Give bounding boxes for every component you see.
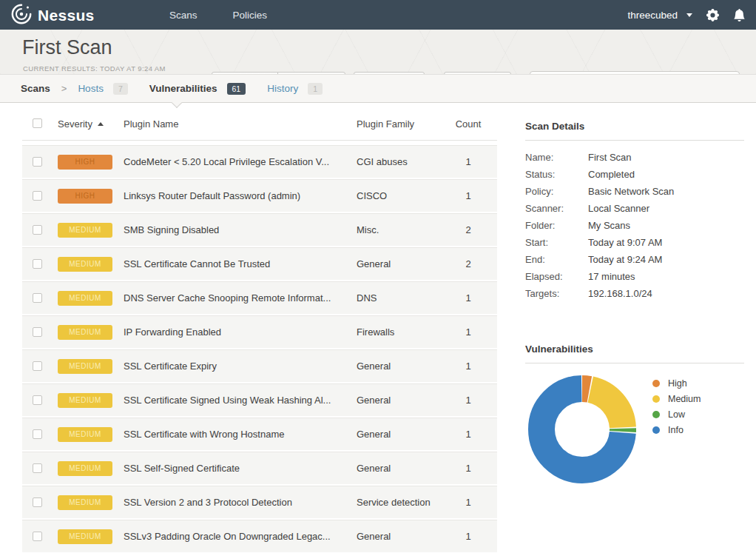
tab-bar: Scans > Hosts 7 Vulnerabilities 61 Histo… bbox=[0, 74, 756, 103]
table-row[interactable]: MEDIUM IP Forwarding Enabled Firewalls 1 bbox=[22, 315, 497, 348]
row-checkbox[interactable] bbox=[33, 225, 42, 235]
tab[interactable]: Vulnerabilities 61 bbox=[149, 83, 246, 95]
detail-field-row: Policy: Basic Network Scan bbox=[525, 183, 744, 200]
detail-value: Basic Network Scan bbox=[588, 183, 674, 200]
user-menu[interactable]: threecubed bbox=[627, 10, 692, 21]
column-count[interactable]: Count bbox=[442, 118, 494, 130]
column-severity[interactable]: Severity bbox=[58, 118, 104, 130]
chart-area: High Medium Low Info bbox=[525, 363, 744, 504]
row-checkbox[interactable] bbox=[33, 259, 42, 269]
detail-label: Name: bbox=[525, 149, 588, 166]
row-checkbox[interactable] bbox=[33, 497, 42, 507]
select-all-checkbox[interactable] bbox=[33, 118, 42, 128]
table-rows: HIGH CodeMeter < 5.20 Local Privilege Es… bbox=[22, 145, 497, 552]
column-plugin-family[interactable]: Plugin Family bbox=[357, 118, 414, 130]
severity-badge: MEDIUM bbox=[58, 257, 112, 272]
severity-badge: HIGH bbox=[58, 189, 112, 204]
main-nav: Scans Policies bbox=[152, 0, 285, 30]
vulnerabilities-chart-section: Vulnerabilities High Medium bbox=[525, 327, 744, 504]
detail-value: 192.168.1.0/24 bbox=[588, 285, 652, 302]
row-checkbox[interactable] bbox=[33, 463, 42, 473]
detail-value: Today at 9:07 AM bbox=[588, 234, 662, 251]
row-checkbox[interactable] bbox=[33, 327, 42, 337]
table-row[interactable]: MEDIUM SSL Version 2 and 3 Protocol Dete… bbox=[22, 486, 497, 518]
detail-field-row: Start: Today at 9:07 AM bbox=[525, 234, 744, 251]
brand-name: Nessus bbox=[38, 7, 95, 24]
detail-label: Folder: bbox=[525, 217, 588, 234]
count-cell: 1 bbox=[442, 156, 494, 167]
plugin-family-cell: General bbox=[357, 361, 391, 372]
column-plugin-name[interactable]: Plugin Name bbox=[124, 118, 178, 130]
vulnerabilities-table: Severity Plugin Name Plugin Family Count… bbox=[22, 104, 497, 553]
table-row[interactable]: MEDIUM SSL Certificate Cannot Be Trusted… bbox=[22, 247, 497, 280]
detail-label: Elapsed: bbox=[525, 268, 588, 285]
tab[interactable]: History 1 bbox=[267, 83, 323, 95]
detail-field-row: Scanner: Local Scanner bbox=[525, 200, 744, 217]
legend-dot bbox=[652, 411, 660, 418]
table-row[interactable]: MEDIUM SSL Self-Signed Certificate Gener… bbox=[22, 452, 497, 484]
detail-label: Scanner: bbox=[525, 200, 588, 217]
nav-item[interactable]: Policies bbox=[215, 10, 286, 21]
notifications-bell-icon[interactable] bbox=[733, 9, 746, 21]
row-checkbox[interactable] bbox=[33, 361, 42, 371]
donut-legend: High Medium Low Info bbox=[652, 378, 701, 435]
table-row[interactable]: MEDIUM SSL Certificate with Wrong Hostna… bbox=[22, 418, 497, 450]
table-row[interactable]: MEDIUM SMB Signing Disabled Misc. 2 bbox=[22, 213, 497, 246]
table-row[interactable]: MEDIUM SSL Certificate Signed Using Weak… bbox=[22, 383, 497, 416]
plugin-name-cell: SMB Signing Disabled bbox=[124, 224, 219, 235]
row-checkbox[interactable] bbox=[33, 293, 42, 303]
legend-dot bbox=[652, 426, 660, 434]
table-row[interactable]: MEDIUM SSLv3 Padding Oracle On Downgrade… bbox=[22, 520, 497, 552]
detail-field-row: Elapsed: 17 minutes bbox=[525, 268, 744, 285]
plugin-name-cell: SSL Certificate Cannot Be Trusted bbox=[124, 258, 270, 269]
breadcrumb-scans[interactable]: Scans bbox=[21, 83, 50, 94]
row-checkbox[interactable] bbox=[33, 157, 42, 167]
plugin-name-cell: SSL Certificate with Wrong Hostname bbox=[124, 429, 284, 440]
plugin-name-cell: DNS Server Cache Snooping Remote Informa… bbox=[124, 292, 331, 304]
plugin-name-cell: Linksys Router Default Password (admin) bbox=[124, 190, 300, 201]
top-nav: Nessus Scans Policies threecubed bbox=[0, 0, 756, 30]
detail-value: My Scans bbox=[588, 217, 630, 234]
table-row[interactable]: MEDIUM DNS Server Cache Snooping Remote … bbox=[22, 281, 497, 314]
nav-item[interactable]: Scans bbox=[152, 10, 215, 21]
count-cell: 1 bbox=[442, 463, 494, 474]
severity-badge: MEDIUM bbox=[58, 223, 112, 238]
vulnerabilities-chart-title: Vulnerabilities bbox=[525, 327, 744, 363]
legend-item: Low bbox=[652, 409, 701, 420]
legend-label: Low bbox=[668, 409, 685, 420]
row-checkbox[interactable] bbox=[33, 395, 42, 405]
page-title: First Scan bbox=[22, 36, 112, 59]
plugin-family-cell: General bbox=[357, 429, 391, 440]
nessus-app: Nessus Scans Policies threecubed bbox=[0, 0, 756, 553]
detail-value: Local Scanner bbox=[588, 200, 649, 217]
severity-badge: MEDIUM bbox=[58, 495, 112, 510]
count-cell: 1 bbox=[442, 361, 494, 372]
count-cell: 1 bbox=[442, 326, 494, 338]
detail-value: Today at 9:24 AM bbox=[588, 251, 662, 268]
detail-field-row: Name: First Scan bbox=[525, 149, 744, 166]
settings-gear-icon[interactable] bbox=[706, 9, 719, 21]
plugin-family-cell: General bbox=[357, 258, 391, 269]
plugin-name-cell: SSL Certificate Expiry bbox=[124, 361, 217, 372]
nessus-logo[interactable]: Nessus bbox=[10, 3, 95, 28]
table-row[interactable]: HIGH Linksys Router Default Password (ad… bbox=[22, 179, 497, 212]
detail-value: 17 minutes bbox=[588, 268, 635, 285]
plugin-family-cell: CGI abuses bbox=[357, 156, 408, 167]
sort-ascending-icon bbox=[98, 122, 104, 126]
detail-label: End: bbox=[525, 251, 588, 268]
tab-list: Hosts 7 Vulnerabilities 61 History 1 bbox=[78, 83, 344, 95]
plugin-family-cell: General bbox=[357, 395, 391, 406]
row-checkbox[interactable] bbox=[33, 532, 42, 541]
severity-badge: MEDIUM bbox=[58, 393, 112, 408]
legend-label: Info bbox=[668, 425, 684, 435]
row-checkbox[interactable] bbox=[33, 429, 42, 439]
tab[interactable]: Hosts 7 bbox=[78, 83, 127, 95]
count-cell: 1 bbox=[442, 395, 494, 406]
severity-badge: HIGH bbox=[58, 155, 112, 170]
table-row[interactable]: HIGH CodeMeter < 5.20 Local Privilege Es… bbox=[22, 145, 497, 178]
tab-count-badge: 7 bbox=[113, 83, 128, 95]
current-results-subtitle: CURRENT RESULTS: TODAY AT 9:24 AM bbox=[23, 64, 166, 73]
row-checkbox[interactable] bbox=[33, 191, 42, 201]
detail-label: Policy: bbox=[525, 183, 588, 200]
table-row[interactable]: MEDIUM SSL Certificate Expiry General 1 bbox=[22, 349, 497, 382]
